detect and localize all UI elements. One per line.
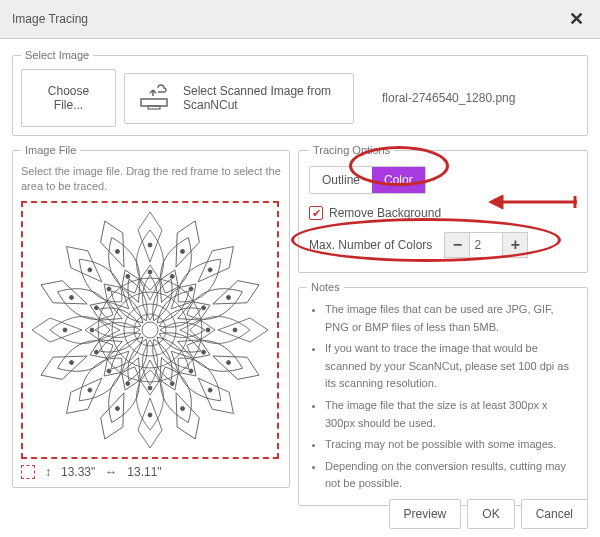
list-item: The image files that can be used are JPG…: [325, 301, 579, 336]
svg-point-4: [112, 292, 188, 368]
max-colors-value[interactable]: [470, 232, 502, 258]
select-image-legend: Select Image: [21, 49, 93, 61]
svg-point-6: [148, 243, 152, 247]
height-value: 13.33": [61, 465, 95, 479]
mandala-preview-icon: [25, 205, 275, 455]
max-colors-increment[interactable]: +: [502, 232, 528, 258]
list-item: Tracing may not be possible with some im…: [325, 436, 579, 454]
remove-background-row[interactable]: ✔ Remove Background: [309, 206, 577, 220]
image-file-group: Image File Select the image file. Drag t…: [12, 144, 290, 488]
notes-list: The image files that can be used are JPG…: [307, 301, 579, 493]
cancel-button[interactable]: Cancel: [521, 499, 588, 529]
scanncut-label: Select Scanned Image from ScanNCut: [183, 84, 343, 112]
tracing-options-legend: Tracing Options: [309, 144, 394, 156]
scanncut-icon: [135, 82, 173, 115]
svg-rect-0: [148, 106, 160, 109]
tracing-mode-tabs: Outline Color: [309, 166, 426, 194]
dialog-title: Image Tracing: [12, 12, 88, 26]
titlebar: Image Tracing ✕: [0, 0, 600, 39]
crop-handle-icon[interactable]: [21, 465, 35, 479]
scanncut-button[interactable]: Select Scanned Image from ScanNCut: [124, 73, 354, 124]
image-file-legend: Image File: [21, 144, 80, 156]
max-colors-decrement[interactable]: −: [444, 232, 470, 258]
notes-group: Notes The image files that can be used a…: [298, 281, 588, 506]
tab-color[interactable]: Color: [372, 167, 425, 193]
svg-point-3: [124, 304, 176, 356]
svg-point-2: [134, 314, 166, 346]
dimensions-row: ↕ 13.33" ↔ 13.11": [21, 465, 281, 479]
dialog-footer: Preview OK Cancel: [389, 499, 588, 529]
select-image-group: Select Image Choose File... Select Scann…: [12, 49, 588, 136]
tab-outline[interactable]: Outline: [310, 167, 372, 193]
svg-point-7: [148, 270, 152, 274]
tracing-options-group: Tracing Options Outline Color ✔ Remove B…: [298, 144, 588, 273]
selected-filename: floral-2746540_1280.png: [382, 91, 515, 105]
max-colors-stepper: − +: [444, 232, 528, 258]
width-icon: ↔: [105, 465, 117, 479]
max-colors-label: Max. Number of Colors: [309, 238, 432, 252]
max-colors-row: Max. Number of Colors − +: [309, 232, 577, 258]
height-icon: ↕: [45, 465, 51, 479]
ok-button[interactable]: OK: [467, 499, 514, 529]
svg-point-1: [142, 322, 158, 338]
width-value: 13.11": [127, 465, 161, 479]
list-item: The image file that the size is at least…: [325, 397, 579, 432]
image-preview[interactable]: [21, 201, 279, 459]
svg-point-5: [98, 278, 202, 382]
image-file-hint: Select the image file. Drag the red fram…: [21, 164, 281, 195]
close-button[interactable]: ✕: [565, 8, 588, 30]
choose-file-button[interactable]: Choose File...: [21, 69, 116, 127]
remove-background-checkbox[interactable]: ✔: [309, 206, 323, 220]
preview-button[interactable]: Preview: [389, 499, 462, 529]
notes-legend: Notes: [307, 281, 344, 293]
remove-background-label: Remove Background: [329, 206, 441, 220]
list-item: Depending on the conversion results, cut…: [325, 458, 579, 493]
list-item: If you want to trace the image that woul…: [325, 340, 579, 393]
